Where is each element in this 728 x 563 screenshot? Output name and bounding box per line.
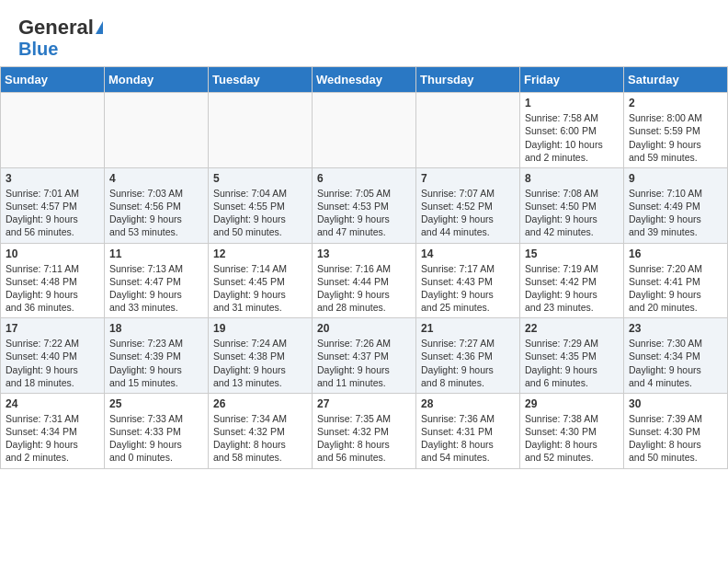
day-number: 21 (421, 322, 515, 335)
day-number: 10 (6, 247, 99, 260)
day-number: 7 (421, 172, 515, 185)
day-number: 29 (525, 397, 619, 410)
day-info: Sunrise: 7:16 AM Sunset: 4:44 PM Dayligh… (317, 263, 391, 314)
calendar-cell: 22Sunrise: 7:29 AM Sunset: 4:35 PM Dayli… (520, 318, 624, 394)
calendar-cell: 27Sunrise: 7:35 AM Sunset: 4:32 PM Dayli… (313, 393, 416, 468)
calendar-week-row: 10Sunrise: 7:11 AM Sunset: 4:48 PM Dayli… (1, 243, 728, 318)
day-info: Sunrise: 7:10 AM Sunset: 4:49 PM Dayligh… (629, 188, 702, 238)
day-info: Sunrise: 7:03 AM Sunset: 4:56 PM Dayligh… (109, 188, 183, 238)
weekday-header-row: SundayMondayTuesdayWednesdayThursdayFrid… (1, 67, 728, 93)
day-number: 15 (525, 247, 619, 260)
weekday-header-thursday: Thursday (416, 67, 520, 93)
day-info: Sunrise: 7:14 AM Sunset: 4:45 PM Dayligh… (213, 263, 287, 314)
calendar-cell: 16Sunrise: 7:20 AM Sunset: 4:41 PM Dayli… (624, 243, 728, 318)
day-number: 16 (629, 247, 722, 260)
logo-triangle-icon (96, 21, 103, 34)
calendar-cell: 15Sunrise: 7:19 AM Sunset: 4:42 PM Dayli… (520, 243, 624, 318)
day-number: 30 (629, 397, 722, 410)
day-info: Sunrise: 7:19 AM Sunset: 4:42 PM Dayligh… (525, 263, 598, 314)
day-info: Sunrise: 7:13 AM Sunset: 4:47 PM Dayligh… (109, 263, 183, 314)
day-number: 20 (317, 322, 411, 335)
calendar-cell: 14Sunrise: 7:17 AM Sunset: 4:43 PM Dayli… (416, 243, 520, 318)
day-info: Sunrise: 7:30 AM Sunset: 4:34 PM Dayligh… (629, 338, 702, 388)
weekday-header-saturday: Saturday (624, 67, 728, 93)
weekday-header-friday: Friday (520, 67, 624, 93)
day-info: Sunrise: 7:35 AM Sunset: 4:32 PM Dayligh… (317, 413, 391, 464)
day-number: 17 (6, 322, 99, 335)
calendar-cell: 11Sunrise: 7:13 AM Sunset: 4:47 PM Dayli… (105, 243, 209, 318)
day-number: 8 (525, 172, 619, 185)
day-info: Sunrise: 7:23 AM Sunset: 4:39 PM Dayligh… (109, 338, 183, 388)
weekday-header-tuesday: Tuesday (209, 67, 313, 93)
day-info: Sunrise: 7:22 AM Sunset: 4:40 PM Dayligh… (6, 338, 79, 388)
calendar-cell: 21Sunrise: 7:27 AM Sunset: 4:36 PM Dayli… (416, 318, 520, 394)
day-number: 24 (6, 397, 99, 410)
calendar-cell: 3Sunrise: 7:01 AM Sunset: 4:57 PM Daylig… (1, 167, 105, 243)
day-info: Sunrise: 7:08 AM Sunset: 4:50 PM Dayligh… (525, 188, 598, 238)
calendar-week-row: 17Sunrise: 7:22 AM Sunset: 4:40 PM Dayli… (1, 318, 728, 394)
weekday-header-monday: Monday (105, 67, 209, 93)
calendar-cell: 24Sunrise: 7:31 AM Sunset: 4:34 PM Dayli… (1, 393, 105, 468)
calendar-cell (105, 93, 209, 168)
calendar-cell: 25Sunrise: 7:33 AM Sunset: 4:33 PM Dayli… (105, 393, 209, 468)
day-number: 5 (213, 172, 307, 185)
day-number: 6 (317, 172, 411, 185)
calendar-cell: 23Sunrise: 7:30 AM Sunset: 4:34 PM Dayli… (624, 318, 728, 394)
day-number: 11 (109, 247, 203, 260)
weekday-header-wednesday: Wednesday (313, 67, 416, 93)
calendar-week-row: 24Sunrise: 7:31 AM Sunset: 4:34 PM Dayli… (1, 393, 728, 468)
calendar-cell: 12Sunrise: 7:14 AM Sunset: 4:45 PM Dayli… (209, 243, 313, 318)
day-info: Sunrise: 7:04 AM Sunset: 4:55 PM Dayligh… (213, 188, 287, 238)
day-number: 3 (6, 172, 99, 185)
day-number: 27 (317, 397, 411, 410)
logo-blue-text: Blue (18, 39, 58, 59)
day-number: 4 (109, 172, 203, 185)
day-info: Sunrise: 7:17 AM Sunset: 4:43 PM Dayligh… (421, 263, 495, 314)
weekday-header-sunday: Sunday (1, 67, 105, 93)
logo: General Blue (18, 17, 103, 59)
calendar-cell: 30Sunrise: 7:39 AM Sunset: 4:30 PM Dayli… (624, 393, 728, 468)
day-info: Sunrise: 7:36 AM Sunset: 4:31 PM Dayligh… (421, 413, 495, 464)
calendar-cell: 29Sunrise: 7:38 AM Sunset: 4:30 PM Dayli… (520, 393, 624, 468)
calendar-cell: 13Sunrise: 7:16 AM Sunset: 4:44 PM Dayli… (313, 243, 416, 318)
day-number: 18 (109, 322, 203, 335)
day-info: Sunrise: 7:29 AM Sunset: 4:35 PM Dayligh… (525, 338, 598, 388)
calendar-week-row: 1Sunrise: 7:58 AM Sunset: 6:00 PM Daylig… (1, 93, 728, 168)
calendar-cell: 9Sunrise: 7:10 AM Sunset: 4:49 PM Daylig… (624, 167, 728, 243)
logo-text: General (18, 17, 94, 39)
calendar-table: SundayMondayTuesdayWednesdayThursdayFrid… (0, 66, 728, 468)
calendar-cell (416, 93, 520, 168)
day-number: 13 (317, 247, 411, 260)
calendar-cell: 1Sunrise: 7:58 AM Sunset: 6:00 PM Daylig… (520, 93, 624, 168)
day-info: Sunrise: 7:11 AM Sunset: 4:48 PM Dayligh… (6, 263, 79, 314)
calendar-cell: 20Sunrise: 7:26 AM Sunset: 4:37 PM Dayli… (313, 318, 416, 394)
day-number: 19 (213, 322, 307, 335)
day-info: Sunrise: 8:00 AM Sunset: 5:59 PM Dayligh… (629, 112, 702, 163)
day-number: 22 (525, 322, 619, 335)
calendar-cell: 7Sunrise: 7:07 AM Sunset: 4:52 PM Daylig… (416, 167, 520, 243)
day-info: Sunrise: 7:20 AM Sunset: 4:41 PM Dayligh… (629, 263, 702, 314)
day-number: 2 (629, 97, 722, 109)
day-info: Sunrise: 7:39 AM Sunset: 4:30 PM Dayligh… (629, 413, 702, 464)
day-info: Sunrise: 7:07 AM Sunset: 4:52 PM Dayligh… (421, 188, 495, 238)
day-number: 28 (421, 397, 515, 410)
day-info: Sunrise: 7:31 AM Sunset: 4:34 PM Dayligh… (6, 413, 79, 464)
day-info: Sunrise: 7:05 AM Sunset: 4:53 PM Dayligh… (317, 188, 391, 238)
calendar-week-row: 3Sunrise: 7:01 AM Sunset: 4:57 PM Daylig… (1, 167, 728, 243)
calendar-cell: 2Sunrise: 8:00 AM Sunset: 5:59 PM Daylig… (624, 93, 728, 168)
day-info: Sunrise: 7:38 AM Sunset: 4:30 PM Dayligh… (525, 413, 598, 464)
day-info: Sunrise: 7:34 AM Sunset: 4:32 PM Dayligh… (213, 413, 287, 464)
day-info: Sunrise: 7:27 AM Sunset: 4:36 PM Dayligh… (421, 338, 495, 388)
calendar-cell: 19Sunrise: 7:24 AM Sunset: 4:38 PM Dayli… (209, 318, 313, 394)
day-number: 9 (629, 172, 722, 185)
page-header: General Blue (0, 0, 728, 66)
calendar-cell: 10Sunrise: 7:11 AM Sunset: 4:48 PM Dayli… (1, 243, 105, 318)
calendar-cell: 4Sunrise: 7:03 AM Sunset: 4:56 PM Daylig… (105, 167, 209, 243)
day-info: Sunrise: 7:33 AM Sunset: 4:33 PM Dayligh… (109, 413, 183, 464)
calendar-cell: 18Sunrise: 7:23 AM Sunset: 4:39 PM Dayli… (105, 318, 209, 394)
calendar-cell (209, 93, 313, 168)
day-info: Sunrise: 7:01 AM Sunset: 4:57 PM Dayligh… (6, 188, 79, 238)
calendar-cell: 8Sunrise: 7:08 AM Sunset: 4:50 PM Daylig… (520, 167, 624, 243)
calendar-cell: 28Sunrise: 7:36 AM Sunset: 4:31 PM Dayli… (416, 393, 520, 468)
day-number: 12 (213, 247, 307, 260)
